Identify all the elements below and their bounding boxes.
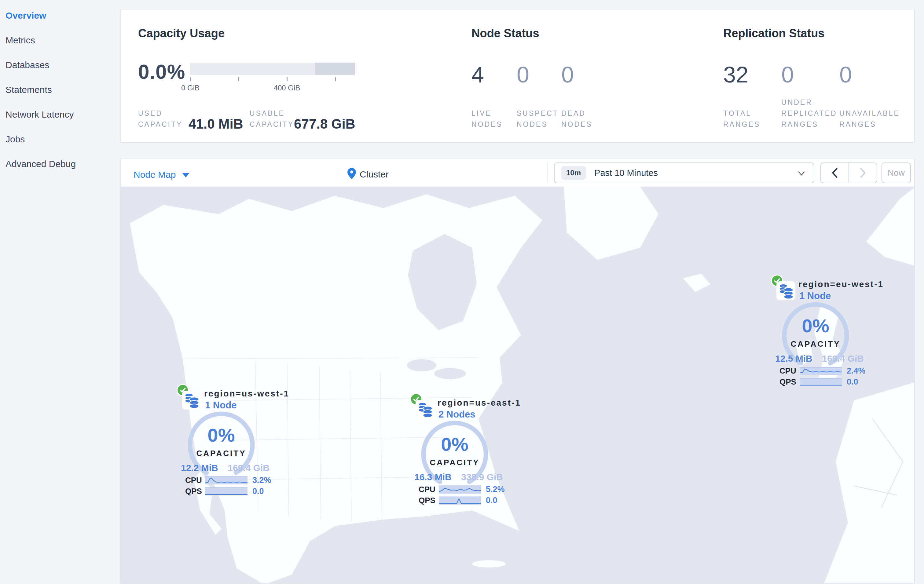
node-map-panel: Node Map Cluster 10m Past 10 Minutes <box>120 158 915 584</box>
capacity-percent: 0% <box>418 433 491 455</box>
capacity-axis-tick <box>238 77 239 81</box>
dead-nodes-label: DEADNODES <box>561 108 592 130</box>
node-status-title: Node Status <box>472 27 539 40</box>
capacity-bar <box>190 63 355 75</box>
world-map: region=us-west-1 1 Node 0% CAPACITY 12.2… <box>121 187 915 584</box>
time-back-button[interactable] <box>821 163 848 183</box>
region-label: region=us-west-1 <box>204 389 289 398</box>
unavailable-ranges-count: 0 <box>839 62 852 88</box>
usable-capacity-label: USABLECAPACITY <box>250 108 294 130</box>
sidebar: Overview Metrics Databases Statements Ne… <box>0 0 120 584</box>
sidebar-item-jobs[interactable]: Jobs <box>5 133 120 145</box>
capacity-axis-label-400: 400 GiB <box>266 84 308 92</box>
capacity-axis-tick <box>287 77 287 81</box>
cpu-value: 5.2% <box>486 485 505 494</box>
total-ranges-label: TOTALRANGES <box>723 108 760 130</box>
capacity-axis-tick <box>190 77 191 81</box>
capacity-used-percent: 0.0% <box>138 60 185 83</box>
suspect-nodes-count: 0 <box>517 62 529 88</box>
time-forward-button[interactable] <box>848 163 877 183</box>
region-marker-us-west-1[interactable]: region=us-west-1 1 Node 0% CAPACITY 12.2… <box>175 384 279 489</box>
node-map-toolbar: Node Map Cluster 10m Past 10 Minutes <box>121 158 914 187</box>
now-button[interactable]: Now <box>881 163 911 183</box>
database-stack-icon <box>776 281 795 300</box>
used-capacity-label: USEDCAPACITY <box>138 108 182 130</box>
qps-label: QPS <box>779 377 800 387</box>
replication-status-title: Replication Status <box>723 27 825 40</box>
capacity-percent: 0% <box>779 315 852 337</box>
total-ranges-count: 32 <box>723 62 748 88</box>
cluster-summary-panel: Capacity Usage 0.0% 0 GiB 400 GiB USEDCA… <box>120 9 915 143</box>
qps-value: 0.0 <box>847 377 858 387</box>
used-capacity: 12.2 MiB <box>181 463 218 473</box>
sidebar-item-metrics[interactable]: Metrics <box>5 35 120 46</box>
qps-sparkline <box>439 496 481 505</box>
region-marker-us-east-1[interactable]: region=us-east-1 2 Nodes 0% CAPACITY 16.… <box>408 393 512 498</box>
chevron-right-icon <box>860 168 866 178</box>
region-marker-eu-west-1[interactable]: region=eu-west-1 1 Node 0% CAPACITY 12.5… <box>769 275 873 380</box>
map-pin-icon <box>347 168 356 179</box>
capacity-caption: CAPACITY <box>779 339 852 349</box>
capacity-percent: 0% <box>185 424 258 446</box>
dead-nodes-count: 0 <box>561 62 574 88</box>
usable-capacity-value: 677.8 GiB <box>294 116 355 132</box>
suspect-nodes-label: SUSPECTNODES <box>517 108 559 130</box>
database-stack-icon <box>182 391 201 410</box>
under-replicated-ranges-label: UNDER-REPLICATEDRANGES <box>781 97 837 130</box>
view-mode-dropdown[interactable]: Node Map <box>134 169 189 180</box>
breadcrumb[interactable]: Cluster <box>347 168 389 181</box>
sidebar-item-advanced-debug[interactable]: Advanced Debug <box>5 158 120 170</box>
time-window-label: Past 10 Minutes <box>594 168 658 178</box>
time-window-selector[interactable]: 10m Past 10 Minutes <box>554 163 814 183</box>
region-label: region=us-east-1 <box>437 398 521 408</box>
qps-sparkline <box>205 487 248 496</box>
sidebar-item-databases[interactable]: Databases <box>5 59 120 71</box>
total-capacity: 169.4 GiB <box>228 463 269 473</box>
live-nodes-count: 4 <box>472 62 484 88</box>
total-capacity: 169.4 GiB <box>822 354 864 364</box>
chevron-down-icon <box>798 171 805 176</box>
unavailable-ranges-label: UNAVAILABLERANGES <box>839 108 900 130</box>
cpu-sparkline <box>439 485 481 494</box>
capacity-axis-label-0: 0 GiB <box>172 84 209 92</box>
capacity-bar-reserved-segment <box>315 63 355 75</box>
chevron-down-icon <box>182 173 189 178</box>
capacity-caption: CAPACITY <box>418 458 491 467</box>
under-replicated-ranges-count: 0 <box>781 62 794 88</box>
time-window-badge: 10m <box>561 166 586 179</box>
used-capacity: 12.5 MiB <box>775 354 812 364</box>
used-capacity-value: 41.0 MiB <box>188 116 243 132</box>
toolbar-divider <box>547 163 548 183</box>
capacity-caption: CAPACITY <box>185 449 258 458</box>
used-capacity: 16.3 MiB <box>414 472 452 482</box>
total-capacity: 338.9 GiB <box>461 472 503 482</box>
qps-label: QPS <box>419 496 439 505</box>
cpu-value: 2.4% <box>847 366 866 376</box>
live-nodes-label: LIVENODES <box>472 108 503 130</box>
time-step-buttons <box>820 163 877 183</box>
cpu-label: CPU <box>779 366 800 376</box>
sidebar-item-network-latency[interactable]: Network Latency <box>5 109 120 120</box>
database-stack-icon <box>416 400 434 419</box>
cpu-value: 3.2% <box>252 475 271 485</box>
qps-label: QPS <box>185 487 205 496</box>
cpu-label: CPU <box>185 475 205 485</box>
cpu-sparkline <box>205 476 248 485</box>
capacity-usage-title: Capacity Usage <box>138 27 224 40</box>
qps-sparkline <box>800 378 842 387</box>
breadcrumb-label: Cluster <box>360 169 389 179</box>
qps-value: 0.0 <box>252 487 264 496</box>
capacity-axis-tick <box>335 77 336 81</box>
chevron-left-icon <box>832 168 838 178</box>
region-label: region=eu-west-1 <box>799 280 884 289</box>
cpu-sparkline <box>800 367 842 375</box>
sidebar-item-statements[interactable]: Statements <box>5 84 120 95</box>
cpu-label: CPU <box>419 485 439 494</box>
qps-value: 0.0 <box>486 496 497 505</box>
sidebar-item-overview[interactable]: Overview <box>5 10 120 21</box>
